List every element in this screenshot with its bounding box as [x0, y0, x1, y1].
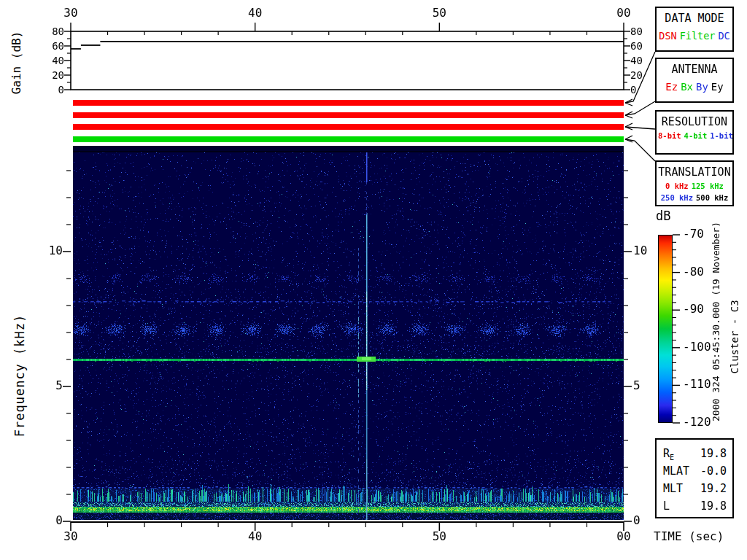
time-tick-label: 50	[425, 531, 454, 542]
panel-row: 250 kHz500 kHz	[657, 193, 732, 202]
gain-axis-label: Gain (dB)	[9, 26, 23, 99]
freq-tick-label-right: 5	[633, 380, 661, 392]
spacecraft-text: Cluster - C3	[729, 282, 740, 392]
top-time-tick-label: 30	[56, 7, 85, 19]
panel-item-ey: Ey	[711, 81, 724, 93]
spectrogram-canvas	[73, 146, 624, 520]
info-value-mlt: 19.2	[700, 482, 727, 495]
panel-translation: TRANSLATION 0 kHz125 kHz250 kHz500 kHz	[655, 160, 734, 206]
panel-antenna-title: ANTENNA	[657, 63, 732, 76]
colorbar-tick-label: -70	[683, 228, 718, 240]
panel-row: EzBxByEy	[657, 81, 732, 93]
info-label-mlat: MLAT	[663, 464, 689, 478]
arrow-data-mode-icon-head	[625, 99, 632, 103]
panel-item-bx: Bx	[681, 81, 693, 93]
gain-tick-label-right: 20	[630, 69, 658, 81]
panel-item-0-khz: 0 kHz	[665, 182, 689, 190]
panel-item-4-bit: 4-bit	[684, 131, 708, 140]
panel-row: 8-bit4-bit1-bit	[657, 131, 732, 140]
panel-row: DSNFilterDC	[657, 30, 732, 42]
info-label-re: RE	[663, 447, 674, 462]
info-label-mlt: MLT	[663, 482, 683, 495]
panel-data-mode-rows: DSNFilterDC	[657, 30, 732, 42]
info-row-re: RE 19.8	[663, 447, 727, 462]
panel-item-dsn: DSN	[659, 30, 676, 42]
panel-resolution-title: RESOLUTION	[657, 115, 732, 128]
top-time-tick-label: 50	[425, 7, 454, 19]
gain-tick-label-right: 80	[630, 26, 658, 37]
top-time-tick-label: 40	[241, 7, 270, 19]
panel-resolution-rows: 8-bit4-bit1-bit	[657, 131, 732, 140]
panel-translation-title: TRANSLATION	[657, 166, 732, 179]
info-row-mlt: MLT 19.2	[663, 482, 727, 497]
time-axis-label: TIME (sec)	[654, 529, 724, 543]
arrow-resolution-icon	[625, 127, 655, 129]
panel-data-mode-title: DATA MODE	[657, 12, 732, 25]
arrow-antenna-icon-head	[625, 112, 632, 115]
frequency-axis-label: Frequency (kHz)	[12, 295, 27, 456]
wbd-spectrogram-display: Gain (dB) Frequency (kHz) DATA MODE DSNF…	[0, 0, 747, 560]
info-value-l: 19.8	[700, 499, 727, 513]
status-bar-data-mode-bar	[73, 100, 624, 106]
status-bar-resolution-bar	[73, 124, 624, 130]
timestamp-text: 2000 324 05:45:30.000 (19 November)	[711, 212, 722, 431]
panel-item-250-khz: 250 kHz	[661, 193, 693, 202]
panel-resolution: RESOLUTION 8-bit4-bit1-bit	[655, 110, 734, 155]
ephemeris-box: RE 19.8 MLAT -0.0 MLT 19.2 L 19.8	[655, 438, 734, 518]
gain-tick-label-left: 80	[36, 26, 64, 37]
info-row-l: L 19.8	[663, 499, 727, 514]
freq-tick-label-right: 10	[633, 245, 661, 257]
arrow-translation-icon-head	[625, 139, 632, 142]
status-bar-antenna-bar	[73, 112, 624, 118]
colorbar-title: dB	[656, 209, 670, 223]
top-time-tick-label: 00	[609, 7, 638, 19]
gain-tick-label-left: 0	[36, 84, 64, 96]
panel-row: 0 kHz125 kHz	[657, 182, 732, 190]
panel-translation-rows: 0 kHz125 kHz250 kHz500 kHz	[657, 182, 732, 202]
panel-item-125-khz: 125 kHz	[692, 182, 724, 190]
colorbar-tick-label: -100	[683, 341, 718, 353]
freq-tick-label-left: 5	[35, 380, 63, 392]
arrow-antenna-icon-head	[625, 115, 632, 118]
gain-plot-frame	[71, 31, 624, 90]
time-tick-label: 40	[241, 531, 270, 542]
info-value-mlat: -0.0	[700, 464, 727, 478]
panel-data-mode: DATA MODE DSNFilterDC	[655, 7, 734, 52]
colorbar-tick-label: -110	[683, 378, 718, 390]
gain-tick-label-right: 60	[630, 40, 658, 52]
arrow-resolution-icon-head	[625, 127, 632, 130]
panel-item-ez: Ez	[665, 81, 678, 93]
gain-tick-label-left: 20	[36, 69, 64, 81]
panel-antenna-rows: EzBxByEy	[657, 81, 732, 93]
colorbar-tick-label: -90	[683, 303, 718, 315]
freq-tick-label-right: 0	[633, 515, 661, 526]
panel-item-1-bit: 1-bit	[710, 131, 733, 140]
panel-item-filter: Filter	[680, 30, 716, 42]
freq-tick-label-left: 10	[35, 245, 63, 257]
arrow-resolution-icon-head	[625, 123, 632, 127]
gain-tick-label-left: 60	[36, 40, 64, 52]
freq-tick-label-left: 0	[35, 515, 63, 526]
info-row-mlat: MLAT -0.0	[663, 464, 727, 479]
info-value-re: 19.8	[700, 447, 727, 460]
gain-tick-label-right: 40	[630, 55, 658, 66]
time-tick-label: 30	[56, 531, 85, 542]
panel-item-500-khz: 500 kHz	[696, 193, 728, 202]
arrow-data-mode-icon-head	[625, 103, 632, 106]
gain-tick-label-right: 0	[630, 84, 658, 96]
panel-antenna: ANTENNA EzBxByEy	[655, 58, 734, 103]
panel-item-8-bit: 8-bit	[658, 131, 681, 140]
arrow-translation-icon	[625, 139, 655, 161]
colorbar-tick-label: -120	[683, 416, 718, 428]
colorbar-tick-label: -80	[683, 266, 718, 278]
time-tick-label: 00	[609, 531, 638, 542]
status-bar-translation-bar	[73, 136, 624, 142]
panel-item-by: By	[696, 81, 708, 93]
arrow-antenna-icon	[625, 101, 655, 115]
gain-tick-label-left: 40	[36, 55, 64, 66]
panel-item-dc: DC	[718, 30, 729, 42]
info-label-l: L	[663, 499, 670, 513]
arrow-translation-icon-head	[625, 136, 632, 139]
colorbar-gradient	[658, 235, 673, 423]
